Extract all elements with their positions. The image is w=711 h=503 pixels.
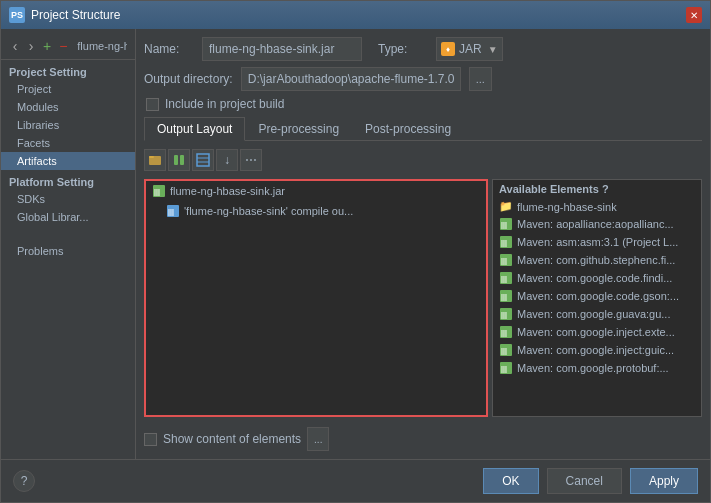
name-input[interactable] [202,37,362,61]
help-button[interactable]: ? [13,470,35,492]
output-dir-input[interactable] [241,67,461,91]
sidebar-item-facets[interactable]: Facets [1,134,135,152]
maven-icon-0: ||| [499,217,513,231]
svg-rect-1 [149,156,154,158]
sidebar-item-project[interactable]: Project [1,80,135,98]
maven-icon-1: ||| [499,235,513,249]
module-output-icon: ||| [166,204,180,218]
svg-rect-2 [174,155,178,165]
sidebar: ‹ › + − flume-ng-hba... Project Setting … [1,29,136,459]
main-content: ‹ › + − flume-ng-hba... Project Setting … [1,29,710,459]
svg-text:|||: ||| [154,188,160,196]
svg-text:|||: ||| [501,221,507,229]
extract-button[interactable]: ↓ [216,149,238,171]
add-module-output-button[interactable] [168,149,190,171]
maven-label-0: Maven: aopalliance:aopallianc... [517,218,674,230]
avail-item-maven-4[interactable]: ||| Maven: com.google.code.gson:... [493,287,701,305]
output-dir-label: Output directory: [144,72,233,86]
svg-text:|||: ||| [501,239,507,247]
close-button[interactable]: ✕ [686,7,702,23]
jar-file-icon: ||| [152,184,166,198]
add-folder-button[interactable] [144,149,166,171]
type-select[interactable]: ♦ JAR ▼ [436,37,503,61]
svg-rect-3 [180,155,184,165]
app-icon: PS [9,7,25,23]
maven-label-7: Maven: com.google.inject:guic... [517,344,674,356]
add-button[interactable]: + [41,37,53,55]
maven-label-8: Maven: com.google.protobuf:... [517,362,669,374]
avail-item-maven-5[interactable]: ||| Maven: com.google.guava:gu... [493,305,701,323]
sidebar-toolbar: ‹ › + − flume-ng-hba... [1,33,135,60]
include-checkbox[interactable] [146,98,159,111]
type-value: JAR [459,42,482,56]
avail-item-maven-3[interactable]: ||| Maven: com.google.code.findi... [493,269,701,287]
maven-icon-5: ||| [499,307,513,321]
jar-type-icon: ♦ [441,42,455,56]
type-dropdown-chevron: ▼ [488,44,498,55]
cancel-button[interactable]: Cancel [547,468,622,494]
avail-item-maven-1[interactable]: ||| Maven: asm:asm:3.1 (Project L... [493,233,701,251]
svg-text:|||: ||| [501,329,507,337]
browse-button[interactable]: ... [469,67,492,91]
show-content-checkbox[interactable] [144,433,157,446]
title-bar: PS Project Structure ✕ [1,1,710,29]
avail-item-maven-0[interactable]: ||| Maven: aopalliance:aopallianc... [493,215,701,233]
platform-settings-header: Platform Setting [1,170,135,190]
more-button[interactable]: ⋯ [240,149,262,171]
available-elements-header: Available Elements ? [493,180,701,198]
title-bar-text: Project Structure [31,8,680,22]
maven-icon-4: ||| [499,289,513,303]
ok-button[interactable]: OK [483,468,538,494]
tree-item-jar[interactable]: ||| flume-ng-hbase-sink.jar [146,181,486,201]
maven-label-1: Maven: asm:asm:3.1 (Project L... [517,236,678,248]
folder-icon: 📁 [499,200,513,213]
tree-item-compile-output[interactable]: ||| 'flume-ng-hbase-sink' compile ou... [146,201,486,221]
avail-item-maven-7[interactable]: ||| Maven: com.google.inject:guic... [493,341,701,359]
maven-icon-8: ||| [499,361,513,375]
remove-button[interactable]: − [57,37,69,55]
maven-label-2: Maven: com.github.stephenc.fi... [517,254,675,266]
add-library-button[interactable] [192,149,214,171]
back-button[interactable]: ‹ [9,37,21,55]
forward-button[interactable]: › [25,37,37,55]
tabs: Output Layout Pre-processing Post-proces… [144,117,702,141]
include-checkbox-row: Include in project build [144,97,702,111]
svg-rect-4 [197,154,209,166]
show-content-options-button[interactable]: ... [307,427,329,451]
left-pane: ||| flume-ng-hbase-sink.jar ||| 'flume-n… [144,179,488,417]
right-pane: Available Elements ? 📁 flume-ng-hbase-si… [492,179,702,417]
apply-button[interactable]: Apply [630,468,698,494]
maven-icon-3: ||| [499,271,513,285]
avail-item-maven-2[interactable]: ||| Maven: com.github.stephenc.fi... [493,251,701,269]
tab-post-processing[interactable]: Post-processing [352,117,464,140]
sidebar-item-problems[interactable]: Problems [1,242,135,260]
sidebar-item-modules[interactable]: Modules [1,98,135,116]
avail-item-folder[interactable]: 📁 flume-ng-hbase-sink [493,198,701,215]
name-label: Name: [144,42,194,56]
sidebar-item-libraries[interactable]: Libraries [1,116,135,134]
tab-pre-processing[interactable]: Pre-processing [245,117,352,140]
include-label: Include in project build [165,97,284,111]
selected-artifact-label: flume-ng-hba... [77,40,127,52]
name-type-row: Name: Type: ♦ JAR ▼ [144,37,702,61]
folder-label: flume-ng-hbase-sink [517,201,617,213]
output-dir-row: Output directory: ... [144,67,702,91]
project-structure-dialog: PS Project Structure ✕ ‹ › + − flume-ng-… [0,0,711,503]
svg-text:|||: ||| [168,208,174,216]
svg-text:|||: ||| [501,347,507,355]
avail-item-maven-8[interactable]: ||| Maven: com.google.protobuf:... [493,359,701,377]
artifacts-toolbar: ↓ ⋯ [144,147,702,173]
maven-label-4: Maven: com.google.code.gson:... [517,290,679,302]
tab-output-layout[interactable]: Output Layout [144,117,245,141]
sidebar-item-global-libraries[interactable]: Global Librar... [1,208,135,226]
type-label: Type: [378,42,428,56]
sidebar-item-artifacts[interactable]: Artifacts [1,152,135,170]
project-settings-header: Project Setting [1,60,135,80]
svg-text:|||: ||| [501,275,507,283]
svg-text:|||: ||| [501,365,507,373]
maven-label-3: Maven: com.google.code.findi... [517,272,672,284]
bottom-bar: ? OK Cancel Apply [1,459,710,502]
avail-item-maven-6[interactable]: ||| Maven: com.google.inject.exte... [493,323,701,341]
maven-icon-2: ||| [499,253,513,267]
sidebar-item-sdks[interactable]: SDKs [1,190,135,208]
